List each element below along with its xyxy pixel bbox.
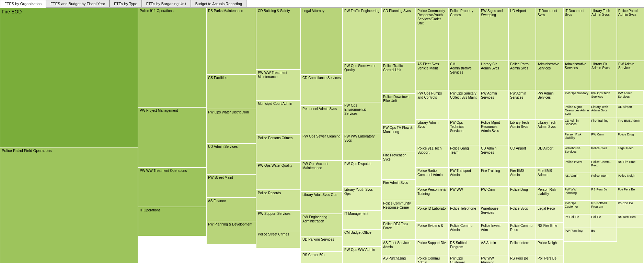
cell-right-4[interactable]: Administrative Services [563, 61, 590, 90]
cell-pw-ops-sewer[interactable]: PW Ops Sewer Cleaning [301, 133, 343, 161]
cell-personnel-admin[interactable]: Personnel Admin Svcs [301, 106, 343, 133]
cell-municipal-court[interactable]: Municipal Court Admin [256, 100, 301, 135]
cell-pw-ops-water-dist[interactable]: PW Ops Water Distribution [206, 109, 256, 143]
cell-as-fleet-admin[interactable]: AS Fleet Services Admin [381, 240, 416, 255]
cell-as-finance[interactable]: AS Finance [206, 198, 256, 221]
cell-police-gang[interactable]: Police Gang Team [448, 145, 479, 167]
cell-pw-ops-water-qual[interactable]: PW Ops Water Quality [256, 162, 301, 190]
cell-right-5[interactable]: Library Cir Admin Svcs [590, 61, 617, 90]
cell-pw-ops-sanitary[interactable]: PW Ops Sanitary Collect Sys Maint [448, 90, 479, 119]
cell-admin-svcs[interactable]: Administrative Services [536, 61, 563, 90]
rg-23[interactable]: RS Pers Be [590, 187, 617, 200]
cell-pw-support[interactable]: PW Support Services [256, 210, 301, 231]
rg-12[interactable]: Police Drug [617, 132, 643, 145]
rg-4[interactable]: Police Mgmt Resources Admin Svcs [564, 104, 590, 118]
cell-right-1[interactable]: IT Document Svcs [563, 8, 590, 61]
cell-police-intern[interactable]: Police Intern [508, 240, 536, 255]
cell-it-mgmt[interactable]: IT Management [343, 210, 381, 229]
cell-pw-ops-tv-flow[interactable]: PW Ops TV Flow & Monitoring [381, 124, 416, 152]
cell-pf-ops-ww[interactable]: PW Ops WW Admin [343, 246, 381, 264]
cell-police-mgmt-res[interactable]: Police Mgmt Resources Admin Svcs [479, 119, 508, 145]
cell-library-cir[interactable]: Library Cir Admin Svcs [479, 61, 508, 90]
tab-ftes-by-org[interactable]: FTES by Organization [0, 0, 46, 8]
rg-31[interactable]: PW Planning [564, 228, 590, 242]
rg-29[interactable]: Poli Pe [590, 214, 617, 228]
cell-ud-airport2[interactable]: UD Airport [508, 145, 536, 167]
rg-18[interactable]: RS Fire Eme [617, 159, 643, 173]
cell-police-support[interactable]: Police Support Div [416, 240, 448, 255]
cell-police-id[interactable]: Police ID Laborato [416, 205, 448, 222]
cell-police-neigh[interactable]: Police Neigh [536, 240, 563, 255]
rg-15[interactable]: Legal Reco [617, 145, 643, 159]
cell-poli-pers[interactable]: Poli Pers Be [536, 255, 563, 264]
cell-fire-ems[interactable]: Fire EMS Admin [508, 167, 536, 186]
cell-rs-softball[interactable]: RS Softball Program [448, 240, 479, 255]
cell-person-risk[interactable]: Person Risk Liability [536, 186, 563, 205]
tab-ftes-budget-fiscal[interactable]: FTES and Budget by Fiscal Year [46, 0, 110, 7]
rg-19[interactable]: AS Admin [564, 173, 590, 187]
cell-library-admin[interactable]: Library Admin Svcs [416, 119, 448, 145]
cell-pw-ops-misc[interactable]: PW Admin Services [536, 90, 563, 119]
cell-police-svcs[interactable]: Police Svcs [508, 205, 536, 222]
rg-1[interactable]: PW Ops Sanitary [564, 90, 590, 104]
rg-22[interactable]: PW WW Planning [564, 187, 590, 200]
rg-20[interactable]: Police Intern [590, 173, 617, 187]
cell-police-personnel[interactable]: Police Personne & Training [416, 186, 448, 205]
cell-cd-planning[interactable]: CD Planning Svcs [381, 8, 416, 63]
cell-pw-transport[interactable]: PW Transport Admin [448, 167, 479, 186]
cell-pw-engineering[interactable]: PW Engineering Administration [301, 214, 343, 236]
cell-police-traffic-ctrl[interactable]: Police Traffic Control Unit [381, 63, 416, 94]
cell-rs-parks[interactable]: RS Parks Maintenance [206, 8, 256, 75]
cell-pw-ops-pumps[interactable]: PW Ops Pumps and Controls [416, 90, 448, 119]
rg-24[interactable]: Poli Pers Be [617, 187, 643, 200]
rg-16[interactable]: Police Invest [564, 159, 590, 173]
cell-ud-parking[interactable]: UD Parking Services [301, 236, 343, 252]
rg-30[interactable]: RS Rect Ben [617, 214, 643, 228]
cell-police-telephone[interactable]: Police Telephone [448, 205, 479, 222]
cell-gw-facilities[interactable]: GS Facilities [206, 75, 256, 109]
cell-police-comm-youth[interactable]: Police Community Response-Youth Services… [416, 8, 448, 61]
cell-pw-ops-storm[interactable]: PW Ops Stormwater Quality [343, 63, 381, 102]
rg-10[interactable]: Person Risk Liability [564, 132, 590, 145]
tab-ftes-by-type[interactable]: FTEs by Type [110, 0, 142, 7]
rg-3[interactable]: PW Admin Services [617, 90, 643, 104]
rg-14[interactable]: Police Svcs [590, 145, 617, 159]
cell-ud-admin-svcs[interactable]: UD Admin Services [206, 143, 256, 174]
cell-pw-env-svcs[interactable]: PW Ops Environmental Services [343, 102, 381, 133]
cell-library-tech-admin[interactable]: Library Tech Admin Svcs [508, 119, 536, 145]
rg-7[interactable]: CD Admin Services [564, 118, 590, 132]
cell-police-property[interactable]: Police Property Crimes [448, 8, 479, 61]
cell-police-evidence[interactable]: Police Evidenc & [416, 222, 448, 240]
cell-pw-ops-dispatch[interactable]: PW Ops Dispatch [343, 161, 381, 186]
rg-26[interactable]: RS Softball Program [590, 200, 617, 214]
rg-11[interactable]: PW Crim [590, 132, 617, 145]
cell-misc2[interactable]: UD Airport [536, 145, 563, 167]
cell-pw-admin-svcs[interactable]: PW Admin Services [508, 90, 536, 119]
cell-pw-admin[interactable]: PW Admin Services [479, 90, 508, 119]
rg-8[interactable]: Fire Training [590, 118, 617, 132]
rg-5[interactable]: Library Tech Admin Svcs [590, 104, 617, 118]
cell-police-invest[interactable]: Police Invest Adm [479, 222, 508, 240]
cell-rs-fire[interactable]: RS Fire Eme [536, 222, 563, 240]
cell-right-3[interactable]: Police Patrol Admin Svcs [617, 8, 644, 61]
cell-police-persons[interactable]: Police Persons Crimes [256, 135, 301, 162]
cell-pw-planning[interactable]: PW Planning & Development [206, 221, 256, 244]
cell-lib-tech2[interactable]: Library Tech Admin Svcs [536, 119, 563, 145]
cell-police-dea[interactable]: Police DEA Task Force [381, 221, 416, 240]
cell-pw-project[interactable]: PW Project Management [138, 107, 206, 167]
rg-9[interactable]: Fire EMS Admin [617, 118, 643, 132]
cell-rs-pers[interactable]: RS Pers Be [508, 255, 536, 264]
cell-as-admin[interactable]: AS Admin [479, 240, 508, 255]
rg-2[interactable]: PW Ops Tech Services [590, 90, 617, 104]
cell-police-911[interactable]: Police 911 Operations [138, 8, 206, 107]
cell-cd-admin[interactable]: CD Admin Services [479, 145, 508, 167]
cell-police-street[interactable]: Police Street Crimes [256, 231, 301, 248]
cell-police-dtown-bike[interactable]: Police Downtown Bike Unit [381, 94, 416, 124]
cell-police-drug[interactable]: Police Drug [508, 186, 536, 205]
rg-21[interactable]: Police Neigh [617, 173, 643, 187]
cell-library-adult[interactable]: Library Adult Svcs Ops [301, 191, 343, 214]
rg-6[interactable]: UD Airport [617, 104, 643, 118]
cell-pw-ww-treat-ops[interactable]: PW WW Treatment Operations [138, 167, 206, 207]
cell-fire-admin[interactable]: Fire Admin Svcs [381, 179, 416, 200]
rg-25[interactable]: PW Ops Customer [564, 200, 590, 214]
